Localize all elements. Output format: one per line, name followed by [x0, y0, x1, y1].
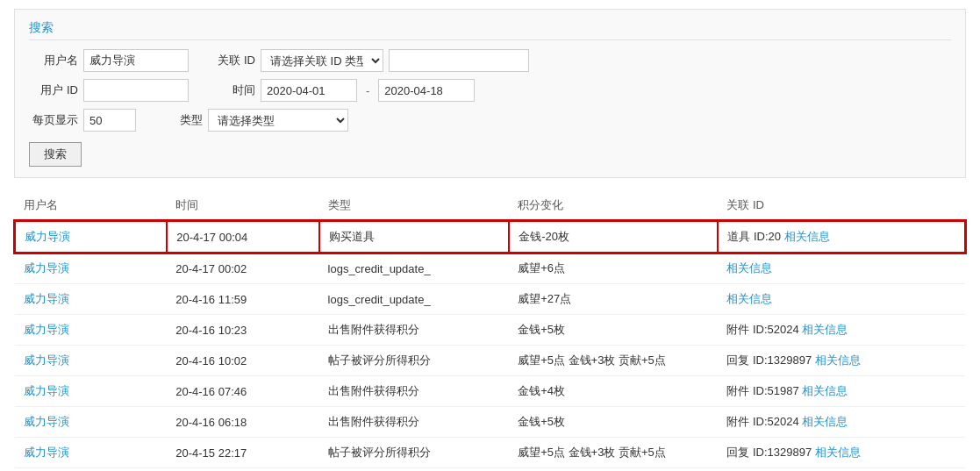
cell-type: 帖子被评分所得积分 [319, 438, 510, 468]
related-id-text: 附件 ID:51987 [726, 384, 802, 397]
type-label: 类型 [154, 112, 203, 128]
cell-points: 威望+6点 [509, 253, 718, 284]
linked-id-input[interactable] [389, 49, 529, 72]
per-page-label: 每页显示 [29, 112, 78, 128]
cell-type: 出售附件获得积分 [319, 407, 510, 438]
form-row-3: 每页显示 类型 请选择类型 [29, 109, 951, 132]
cell-type: 购买道具 [319, 221, 510, 253]
user-id-input[interactable] [83, 79, 189, 102]
cell-username: 威力导演 [15, 221, 167, 253]
cell-type: 出售附件获得积分 [319, 376, 510, 407]
user-id-label: 用户 ID [29, 82, 78, 98]
cell-points: 威望+5点 金钱+3枚 贡献+5点 [509, 438, 718, 468]
linked-id-label: 关联 ID [206, 53, 255, 68]
cell-related: 相关信息 [718, 253, 965, 284]
cell-time: 20-4-15 22:17 [167, 438, 318, 468]
cell-time: 20-4-17 00:04 [167, 221, 318, 253]
table-row: 威力导演20-4-17 00:02logs_credit_update_威望+6… [15, 253, 965, 284]
cell-username: 威力导演 [15, 346, 167, 376]
cell-username: 威力导演 [15, 284, 167, 315]
user-id-group: 用户 ID [29, 79, 189, 102]
search-section: 搜索 用户名 关联 ID 请选择关联 ID 类型 用户 ID 时间 [14, 9, 966, 178]
username-link[interactable]: 威力导演 [24, 292, 69, 305]
username-link[interactable]: 威力导演 [24, 446, 69, 459]
related-id-text: 道具 ID:20 [727, 230, 783, 243]
cell-related: 道具 ID:20 相关信息 [718, 221, 965, 253]
col-header-type: 类型 [319, 190, 510, 221]
cell-type: 帖子被评分所得积分 [319, 346, 510, 376]
cell-type: logs_credit_update_ [319, 253, 510, 284]
username-link[interactable]: 威力导演 [24, 353, 69, 367]
cell-points: 金钱+5枚 [509, 315, 718, 346]
cell-related: 回复 ID:1329897 相关信息 [718, 346, 965, 376]
col-header-related: 关联 ID [718, 190, 965, 221]
related-info-link[interactable]: 相关信息 [802, 323, 848, 336]
cell-related: 回复 ID:1329897 相关信息 [718, 438, 965, 468]
username-input[interactable] [83, 49, 189, 72]
table-row: 威力导演20-4-16 11:59logs_credit_update_威望+2… [15, 284, 965, 315]
cell-username: 威力导演 [15, 407, 167, 438]
cell-related: 附件 ID:51987 相关信息 [718, 376, 965, 407]
search-button-row: 搜索 [29, 139, 951, 167]
table-row: 威力导演20-4-16 10:02帖子被评分所得积分威望+5点 金钱+3枚 贡献… [15, 346, 965, 376]
cell-type: logs_credit_update_ [319, 284, 510, 315]
username-link[interactable]: 威力导演 [24, 261, 69, 275]
table-row: 威力导演20-4-15 22:17帖子被评分所得积分威望+5点 金钱+3枚 贡献… [15, 438, 965, 468]
cell-points: 金钱-20枚 [509, 221, 718, 253]
username-link[interactable]: 威力导演 [24, 415, 69, 428]
cell-username: 威力导演 [15, 376, 167, 407]
cell-points: 金钱+5枚 [509, 407, 718, 438]
username-group: 用户名 [29, 49, 189, 72]
table-row: 威力导演20-4-16 07:46出售附件获得积分金钱+4枚附件 ID:5198… [15, 376, 965, 407]
table-body: 威力导演20-4-17 00:04购买道具金钱-20枚道具 ID:20 相关信息… [15, 221, 965, 468]
data-table: 用户名 时间 类型 积分变化 关联 ID 威力导演20-4-17 00:04购买… [14, 190, 966, 468]
type-group: 类型 请选择类型 [154, 109, 348, 132]
cell-time: 20-4-16 10:02 [167, 346, 318, 376]
type-select[interactable]: 请选择类型 [208, 109, 348, 132]
time-start-input[interactable] [261, 79, 357, 102]
table-row: 威力导演20-4-17 00:04购买道具金钱-20枚道具 ID:20 相关信息 [15, 221, 965, 253]
form-row-2: 用户 ID 时间 - [29, 79, 951, 102]
table-header: 用户名 时间 类型 积分变化 关联 ID [15, 190, 965, 221]
username-link[interactable]: 威力导演 [25, 230, 70, 243]
cell-username: 威力导演 [15, 315, 167, 346]
related-info-link[interactable]: 相关信息 [802, 415, 848, 428]
form-row-1: 用户名 关联 ID 请选择关联 ID 类型 [29, 49, 951, 72]
time-label: 时间 [206, 82, 255, 98]
cell-username: 威力导演 [15, 438, 167, 468]
search-title: 搜索 [29, 20, 951, 40]
related-info-link[interactable]: 相关信息 [815, 353, 861, 367]
cell-time: 20-4-16 07:46 [167, 376, 318, 407]
cell-related: 附件 ID:52024 相关信息 [718, 407, 965, 438]
cell-type: 出售附件获得积分 [319, 315, 510, 346]
time-end-input[interactable] [378, 79, 475, 102]
cell-time: 20-4-16 10:23 [167, 315, 318, 346]
per-page-input[interactable] [83, 109, 136, 132]
cell-time: 20-4-16 11:59 [167, 284, 318, 315]
username-label: 用户名 [29, 53, 78, 68]
related-info-link[interactable]: 相关信息 [784, 230, 830, 243]
linked-id-group: 关联 ID 请选择关联 ID 类型 [206, 49, 529, 72]
cell-points: 金钱+4枚 [509, 376, 718, 407]
username-link[interactable]: 威力导演 [24, 384, 69, 397]
cell-points: 威望+27点 [509, 284, 718, 315]
date-separator: - [366, 84, 369, 97]
related-id-text: 回复 ID:1329897 [726, 446, 814, 459]
cell-related: 附件 ID:52024 相关信息 [718, 315, 965, 346]
related-id-text: 附件 ID:52024 [726, 323, 802, 336]
cell-time: 20-4-17 00:02 [167, 253, 318, 284]
col-header-username: 用户名 [15, 190, 167, 221]
related-id-text: 附件 ID:52024 [726, 415, 802, 428]
cell-related: 相关信息 [718, 284, 965, 315]
cell-time: 20-4-16 06:18 [167, 407, 318, 438]
related-info-link[interactable]: 相关信息 [726, 292, 772, 305]
search-button[interactable]: 搜索 [29, 142, 82, 167]
linked-id-type-select[interactable]: 请选择关联 ID 类型 [261, 49, 383, 72]
cell-username: 威力导演 [15, 253, 167, 284]
per-page-group: 每页显示 [29, 109, 136, 132]
related-info-link[interactable]: 相关信息 [802, 384, 848, 397]
related-info-link[interactable]: 相关信息 [726, 261, 772, 275]
time-group: 时间 - [206, 79, 475, 102]
username-link[interactable]: 威力导演 [24, 323, 69, 336]
related-info-link[interactable]: 相关信息 [815, 446, 861, 459]
